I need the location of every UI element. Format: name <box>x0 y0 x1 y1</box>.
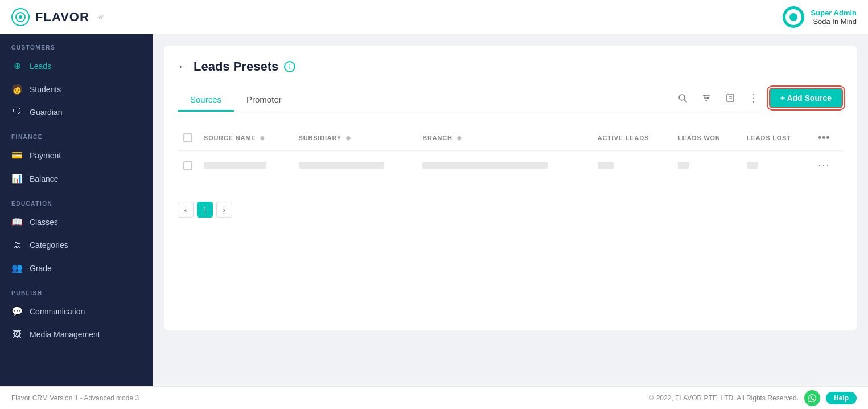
col-actions: ••• <box>812 125 843 151</box>
pagination-prev[interactable]: ‹ <box>178 202 194 218</box>
sidebar-section-publish: PUBLISH <box>0 280 153 300</box>
source-name-sort-icon[interactable] <box>260 136 265 141</box>
sidebar-section-customers: CUSTOMERS <box>0 34 153 54</box>
svg-rect-10 <box>727 95 734 101</box>
export-icon <box>726 93 735 103</box>
user-name: Soda In Mind <box>811 17 857 26</box>
svg-point-2 <box>19 15 22 19</box>
user-info: Super Admin Soda In Mind <box>811 9 857 26</box>
page-title: Leads Presets <box>194 59 278 74</box>
collapse-icon[interactable]: « <box>98 12 104 22</box>
active-leads-value <box>598 162 614 169</box>
table-header-row: SOURCE NAME SUBSIDIARY <box>178 125 843 151</box>
leads-won-value <box>678 162 689 169</box>
students-icon: 🧑 <box>11 84 23 95</box>
sidebar-item-communication-label: Communication <box>30 307 85 316</box>
back-button[interactable]: ← <box>178 61 188 73</box>
branch-value <box>422 162 548 169</box>
sidebar-section-education: EDUCATION <box>0 190 153 210</box>
leads-lost-value <box>747 162 758 169</box>
guardian-icon: 🛡 <box>11 107 23 117</box>
search-button[interactable] <box>673 89 692 107</box>
user-avatar <box>783 6 804 28</box>
row-leads-won <box>672 151 741 181</box>
row-action-cell: ⋮ <box>812 151 843 181</box>
sidebar-item-students[interactable]: 🧑 Students <box>0 77 153 101</box>
column-options-icon[interactable]: ••• <box>818 132 830 143</box>
table-header: SOURCE NAME SUBSIDIARY <box>178 125 843 151</box>
filter-icon <box>702 93 711 103</box>
whatsapp-icon <box>808 394 816 402</box>
more-vertical-icon: ⋮ <box>748 92 759 104</box>
grade-icon: 👥 <box>11 263 23 273</box>
pagination: ‹ 1 › <box>178 195 843 218</box>
sidebar-item-classes-label: Classes <box>30 218 58 227</box>
tab-sources[interactable]: Sources <box>178 89 234 112</box>
sidebar-item-balance-label: Balance <box>30 174 59 183</box>
content-area: ← Leads Presets i Sources Promoter <box>153 34 868 386</box>
svg-point-9 <box>707 97 709 99</box>
sidebar-item-classes[interactable]: 📖 Classes <box>0 210 153 234</box>
payment-icon: 💳 <box>11 150 23 161</box>
sidebar-item-balance[interactable]: 📊 Balance <box>0 167 153 190</box>
select-all-checkbox[interactable] <box>183 133 192 142</box>
flavor-logo-icon <box>11 8 30 26</box>
table-row: ⋮ <box>178 151 843 181</box>
user-role: Super Admin <box>811 9 857 17</box>
main-layout: CUSTOMERS ⊕ Leads 🧑 Students 🛡 Guardian … <box>0 34 868 386</box>
source-name-value <box>204 162 266 169</box>
sidebar-item-grade[interactable]: 👥 Grade <box>0 256 153 280</box>
row-subsidiary <box>293 151 417 181</box>
page-header: ← Leads Presets i <box>178 59 843 74</box>
sidebar-item-payment-label: Payment <box>30 151 61 160</box>
col-branch: BRANCH <box>417 125 591 151</box>
sidebar-item-guardian-label: Guardian <box>30 108 63 117</box>
row-more-dots-icon[interactable]: ⋮ <box>817 159 831 172</box>
tabs-row: Sources Promoter <box>178 88 843 113</box>
sidebar-item-grade-label: Grade <box>30 264 52 273</box>
pagination-page-1[interactable]: 1 <box>197 202 213 218</box>
search-icon <box>678 93 687 103</box>
tabs-left: Sources Promoter <box>178 89 294 112</box>
row-branch <box>417 151 591 181</box>
sidebar-item-media-management[interactable]: 🖼 Media Management <box>0 323 153 346</box>
sidebar-item-guardian[interactable]: 🛡 Guardian <box>0 101 153 124</box>
row-active-leads <box>592 151 672 181</box>
info-icon[interactable]: i <box>284 61 295 72</box>
sidebar-item-students-label: Students <box>30 85 61 94</box>
row-checkbox-cell <box>178 151 198 181</box>
table-body: ⋮ <box>178 151 843 181</box>
tabs-right: ⋮ + Add Source <box>673 88 843 113</box>
media-management-icon: 🖼 <box>11 329 23 340</box>
sidebar-item-categories[interactable]: 🗂 Categories <box>0 234 153 256</box>
page-card: ← Leads Presets i Sources Promoter <box>164 46 857 330</box>
top-header: FLAVOR « Super Admin Soda In Mind <box>0 0 868 34</box>
sidebar-item-leads-label: Leads <box>30 62 51 71</box>
subsidiary-sort-icon[interactable] <box>346 136 351 141</box>
sidebar-item-leads[interactable]: ⊕ Leads <box>0 54 153 77</box>
leads-icon: ⊕ <box>11 60 23 71</box>
sidebar-item-communication[interactable]: 💬 Communication <box>0 300 153 323</box>
svg-line-4 <box>684 100 686 102</box>
row-checkbox[interactable] <box>183 161 192 170</box>
subsidiary-value <box>299 162 384 169</box>
help-button[interactable]: Help <box>826 392 857 404</box>
pagination-next[interactable]: › <box>216 202 232 218</box>
row-source-name <box>198 151 293 181</box>
sidebar: CUSTOMERS ⊕ Leads 🧑 Students 🛡 Guardian … <box>0 34 153 386</box>
sidebar-item-payment[interactable]: 💳 Payment <box>0 144 153 167</box>
add-source-button[interactable]: + Add Source <box>769 88 843 108</box>
data-table: SOURCE NAME SUBSIDIARY <box>178 125 843 181</box>
logo-area: FLAVOR « <box>11 8 104 26</box>
branch-sort-icon[interactable] <box>457 136 462 141</box>
svg-point-8 <box>704 95 705 97</box>
tab-promoter[interactable]: Promoter <box>234 89 294 112</box>
export-button[interactable] <box>721 89 739 107</box>
footer: Flavor CRM Version 1 - Advanced mode 3 ©… <box>0 386 868 409</box>
whatsapp-button[interactable] <box>804 390 820 406</box>
col-source-name: SOURCE NAME <box>198 125 293 151</box>
filter-button[interactable] <box>697 89 715 107</box>
more-options-button[interactable]: ⋮ <box>745 89 763 107</box>
sidebar-item-media-management-label: Media Management <box>30 330 100 339</box>
user-area: Super Admin Soda In Mind <box>783 6 857 28</box>
